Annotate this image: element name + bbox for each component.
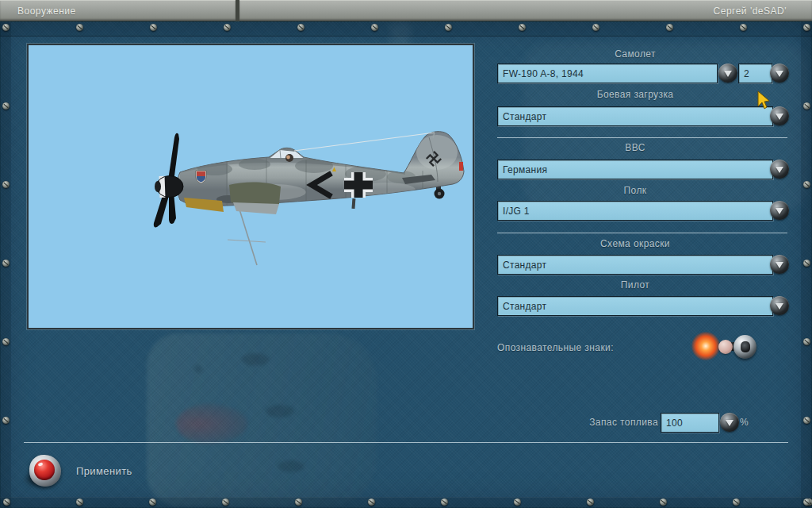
fuel-input[interactable] xyxy=(661,413,719,433)
screw-icon xyxy=(2,24,10,31)
fuel-unit: % xyxy=(740,417,749,428)
markings-indicator-light xyxy=(691,332,720,360)
red-button-icon xyxy=(34,460,55,480)
screw-icon xyxy=(222,498,229,506)
markings-toggle[interactable] xyxy=(733,335,756,359)
screw-icon xyxy=(2,181,10,188)
screw-icon xyxy=(150,24,157,31)
screw-icon xyxy=(519,24,526,31)
screw-icon xyxy=(149,498,156,506)
loadout-select[interactable]: Стандарт xyxy=(497,106,773,126)
aircraft-dropdown-button[interactable] xyxy=(718,64,737,83)
panel-frame-bottom xyxy=(0,497,812,508)
screw-icon xyxy=(368,498,375,506)
title-bar: Вооружение Сергей 'deSAD' xyxy=(0,0,812,21)
screw-icon xyxy=(295,498,302,506)
apply-button[interactable] xyxy=(29,455,61,487)
screw-icon xyxy=(803,181,810,188)
screw-icon xyxy=(803,24,810,31)
regiment-dropdown-button[interactable] xyxy=(770,201,789,220)
screw-icon xyxy=(297,24,304,31)
aircraft-preview-image xyxy=(29,45,473,328)
aircraft-label: Самолет xyxy=(497,48,773,60)
paint-scheme-dropdown-button[interactable] xyxy=(770,255,789,274)
airforce-dropdown-button[interactable] xyxy=(770,160,789,179)
player-name: Сергей 'deSAD' xyxy=(714,6,787,17)
screen-tab-armament: Вооружение xyxy=(0,0,236,21)
background-spinner-art xyxy=(176,403,247,444)
screen-title: Вооружение xyxy=(17,6,76,17)
screw-icon xyxy=(587,498,594,506)
aircraft-select[interactable]: FW-190 A-8, 1944 xyxy=(497,64,718,83)
regiment-select[interactable]: I/JG 1 xyxy=(497,201,773,221)
screw-icon xyxy=(2,102,10,110)
loadout-label: Боевая загрузка xyxy=(497,89,773,100)
screw-icon xyxy=(441,498,448,506)
chevron-down-icon xyxy=(776,167,783,173)
screw-icon xyxy=(803,102,810,110)
screw-icon xyxy=(803,498,810,506)
chevron-down-icon xyxy=(776,262,783,268)
markings-toggle-knob xyxy=(718,340,733,354)
pilot-label: Пилот xyxy=(497,279,773,291)
fuel-dropdown-button[interactable] xyxy=(720,413,739,432)
screw-icon xyxy=(76,498,83,506)
aircraft-count-select[interactable]: 2 xyxy=(738,64,772,83)
pilot-dropdown-button[interactable] xyxy=(770,296,789,315)
panel-frame-top xyxy=(0,22,812,37)
paint-scheme-select[interactable]: Стандарт xyxy=(497,255,773,275)
markings-label: Опознавательные знаки: xyxy=(497,342,614,353)
chevron-down-icon xyxy=(776,71,783,77)
chevron-down-icon xyxy=(776,303,783,310)
screw-icon xyxy=(224,24,231,31)
paint-scheme-label: Схема окраски xyxy=(497,238,773,249)
chevron-down-icon xyxy=(776,208,783,214)
toggle-socket xyxy=(741,341,750,352)
screw-icon xyxy=(2,338,10,345)
fuel-label: Запас топлива xyxy=(547,417,658,428)
screw-icon xyxy=(2,417,10,424)
screw-icon xyxy=(371,24,378,31)
airforce-select[interactable]: Германия xyxy=(497,160,773,179)
apply-label: Применить xyxy=(76,465,132,477)
screw-icon xyxy=(740,24,747,31)
footer-divider xyxy=(24,442,788,443)
screw-icon xyxy=(803,260,810,267)
screw-icon xyxy=(76,24,83,31)
screw-icon xyxy=(666,24,673,31)
chevron-down-icon xyxy=(776,114,783,120)
screw-icon xyxy=(514,498,521,506)
chevron-down-icon xyxy=(724,71,732,77)
player-tab: Сергей 'deSAD' xyxy=(239,0,812,21)
screw-icon xyxy=(3,498,10,506)
screw-icon xyxy=(733,498,740,506)
screw-icon xyxy=(803,338,810,345)
regiment-label: Полк xyxy=(497,185,773,196)
pilot-select[interactable]: Стандарт xyxy=(497,296,773,316)
airforce-label: ВВС xyxy=(497,142,773,153)
screw-icon xyxy=(803,417,810,424)
screw-icon xyxy=(660,498,667,506)
section-divider xyxy=(497,137,787,138)
section-divider xyxy=(497,233,787,233)
chevron-down-icon xyxy=(726,420,733,426)
screw-icon xyxy=(2,260,10,267)
aircraft-count-dropdown-button[interactable] xyxy=(770,64,789,83)
screw-icon xyxy=(592,24,599,31)
loadout-dropdown-button[interactable] xyxy=(770,106,789,125)
aircraft-preview xyxy=(27,44,474,329)
screw-icon xyxy=(445,24,452,31)
